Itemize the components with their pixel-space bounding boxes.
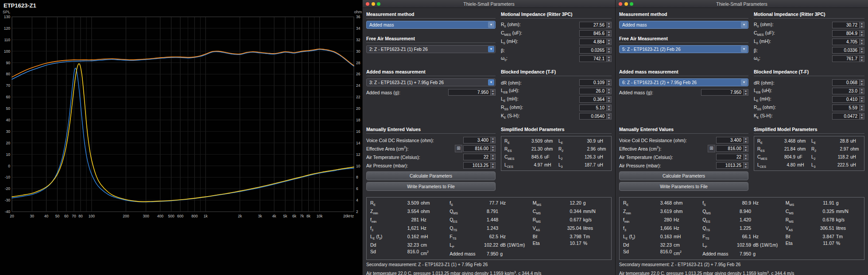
le-mh-value[interactable]: 0.410: [832, 96, 859, 103]
spinner-down-button[interactable]: ▼: [744, 140, 748, 143]
spinner-down-button[interactable]: ▼: [607, 33, 611, 36]
spinner-down-button[interactable]: ▼: [744, 165, 748, 168]
spinner-down-button[interactable]: ▼: [607, 99, 611, 102]
minimize-button[interactable]: [624, 2, 628, 6]
leb-uh-value[interactable]: 23.0: [832, 88, 859, 94]
spinner-down-button[interactable]: ▼: [491, 140, 495, 143]
0-value[interactable]: 761.7: [832, 55, 859, 62]
added-mass-g-value[interactable]: 7.950: [701, 89, 743, 96]
window-titlebar[interactable]: Thiele-Small Parameters: [363, 0, 615, 8]
spinner-down-button[interactable]: ▼: [607, 25, 611, 28]
spinner-down-button[interactable]: ▼: [491, 148, 495, 151]
spinner-down-button[interactable]: ▼: [607, 108, 611, 111]
air-temperature-celsius-spinner[interactable]: 22▲▼: [463, 154, 496, 160]
zoom-button[interactable]: [630, 2, 633, 6]
spinner-down-button[interactable]: ▼: [860, 116, 864, 119]
air-temperature-celsius-spinner[interactable]: 22▲▼: [716, 154, 748, 160]
voice-coil-dc-resistance-ohm-value[interactable]: 3.400: [463, 137, 490, 143]
leb-uh-value[interactable]: 26.0: [579, 88, 606, 94]
air-pressure-mbar-value[interactable]: 1013.25: [463, 162, 490, 169]
air-pressure-mbar-spinner[interactable]: 1013.25▲▼: [716, 162, 748, 169]
added-mass-g-spinner[interactable]: 7.950▲▼: [448, 89, 496, 96]
zoom-button[interactable]: [377, 2, 380, 6]
spinner-down-button[interactable]: ▼: [860, 50, 864, 53]
parameter-spinner[interactable]: 0.0265▲▼: [579, 47, 612, 54]
spinner-down-button[interactable]: ▼: [860, 82, 864, 85]
measurement-method-select[interactable]: Added mass▼: [366, 21, 496, 29]
spinner-down-button[interactable]: ▼: [744, 92, 748, 95]
rss-ohm-value[interactable]: 5.59: [832, 105, 859, 111]
close-button[interactable]: [619, 2, 622, 6]
rss-ohm-value[interactable]: 5.10: [579, 105, 606, 111]
write-parameters-to-file-button[interactable]: Write Parameters to File: [619, 182, 748, 191]
dr-ohm-value[interactable]: 0.068: [832, 79, 859, 86]
spinner-down-button[interactable]: ▼: [607, 91, 611, 94]
spinner-down-button[interactable]: ▼: [860, 99, 864, 102]
added-mass-g-value[interactable]: 7.950: [448, 89, 490, 96]
rss-ohm-spinner[interactable]: 5.59▲▼: [832, 105, 864, 111]
l0-mh-value[interactable]: 4.884: [579, 39, 606, 45]
spinner-down-button[interactable]: ▼: [491, 165, 495, 168]
frequency-response-chart[interactable]: 203040506070801002003004005006008001k2k3…: [0, 0, 362, 275]
measurement-method-select[interactable]: Added mass▼: [619, 21, 748, 29]
voice-coil-dc-resistance-ohm-spinner[interactable]: 3.400▲▼: [463, 137, 496, 143]
added-mass-measurement-select[interactable]: 3: Z - ETP1623-Z1 (1) + 7.95g Feb 26▼: [366, 78, 496, 86]
ke-s-h-value[interactable]: 0.0540: [579, 113, 606, 120]
parameter-spinner[interactable]: 0.0336▲▼: [832, 47, 864, 54]
leb-uh-spinner[interactable]: 23.0▲▼: [832, 88, 864, 94]
l0-mh-spinner[interactable]: 4.705▲▼: [832, 39, 864, 45]
parameter-value[interactable]: 0.0336: [832, 47, 859, 54]
dr-ohm-spinner[interactable]: 0.109▲▼: [579, 79, 612, 86]
r0-ohm-value[interactable]: 27.56: [579, 22, 606, 28]
effective-area-cm2-spinner[interactable]: 816.00▲▼: [463, 145, 496, 152]
spinner-down-button[interactable]: ▼: [607, 58, 611, 62]
write-parameters-to-file-button[interactable]: Write Parameters to File: [366, 182, 496, 191]
spinner-down-button[interactable]: ▼: [607, 50, 611, 53]
cmes-uf-spinner[interactable]: 804.9▲▼: [832, 30, 864, 37]
0-spinner[interactable]: 761.7▲▼: [832, 55, 864, 62]
spinner-down-button[interactable]: ▼: [860, 25, 864, 28]
free-air-measurement-select[interactable]: 2: Z - ETP1623-Z1 (1) Feb 26▼: [366, 45, 496, 53]
minimize-button[interactable]: [372, 2, 375, 6]
voice-coil-dc-resistance-ohm-spinner[interactable]: 3.400▲▼: [716, 137, 748, 143]
added-mass-measurement-select[interactable]: 6: Z - ETP1623-Z1 (2) + 7.95g Feb 26▼: [619, 78, 748, 86]
le-mh-spinner[interactable]: 0.410▲▼: [832, 96, 864, 103]
leb-uh-spinner[interactable]: 26.0▲▼: [579, 88, 612, 94]
l0-mh-value[interactable]: 4.705: [832, 39, 859, 45]
free-air-measurement-select[interactable]: 5: Z - ETP1623-Z1 (2) Feb 26▼: [619, 45, 748, 53]
grid-calculator-icon[interactable]: ⊞: [455, 145, 462, 152]
cmes-uf-value[interactable]: 804.9: [832, 30, 859, 37]
dr-ohm-value[interactable]: 0.109: [579, 79, 606, 86]
cmes-uf-value[interactable]: 845.6: [579, 30, 606, 37]
air-temperature-celsius-value[interactable]: 22: [463, 154, 490, 160]
0-value[interactable]: 742.1: [579, 55, 606, 62]
parameter-value[interactable]: 0.0265: [579, 47, 606, 54]
cmes-uf-spinner[interactable]: 845.6▲▼: [579, 30, 612, 37]
spinner-down-button[interactable]: ▼: [607, 42, 611, 45]
ke-s-h-value[interactable]: 0.0472: [832, 113, 859, 120]
le-mh-value[interactable]: 0.364: [579, 96, 606, 103]
dr-ohm-spinner[interactable]: 0.068▲▼: [832, 79, 864, 86]
spinner-down-button[interactable]: ▼: [860, 58, 864, 62]
r0-ohm-value[interactable]: 30.72: [832, 22, 859, 28]
ke-s-h-spinner[interactable]: 0.0472▲▼: [832, 113, 864, 120]
effective-area-cm2-spinner[interactable]: 816.00▲▼: [716, 145, 748, 152]
calculate-parameters-button[interactable]: Calculate Parameters: [366, 171, 496, 180]
r0-ohm-spinner[interactable]: 30.72▲▼: [832, 22, 864, 28]
window-titlebar[interactable]: Thiele-Small Parameters: [616, 0, 868, 8]
rss-ohm-spinner[interactable]: 5.10▲▼: [579, 105, 612, 111]
0-spinner[interactable]: 742.1▲▼: [579, 55, 612, 62]
r0-ohm-spinner[interactable]: 27.56▲▼: [579, 22, 612, 28]
effective-area-cm2-value[interactable]: 816.00: [463, 145, 490, 152]
le-mh-spinner[interactable]: 0.364▲▼: [579, 96, 612, 103]
calculate-parameters-button[interactable]: Calculate Parameters: [619, 171, 748, 180]
spinner-down-button[interactable]: ▼: [744, 157, 748, 160]
spinner-down-button[interactable]: ▼: [860, 108, 864, 111]
ke-s-h-spinner[interactable]: 0.0540▲▼: [579, 113, 612, 120]
spinner-down-button[interactable]: ▼: [860, 42, 864, 45]
air-pressure-mbar-value[interactable]: 1013.25: [716, 162, 743, 169]
spinner-down-button[interactable]: ▼: [860, 33, 864, 36]
spinner-down-button[interactable]: ▼: [607, 82, 611, 85]
close-button[interactable]: [366, 2, 369, 6]
grid-calculator-icon[interactable]: ⊞: [708, 145, 715, 152]
